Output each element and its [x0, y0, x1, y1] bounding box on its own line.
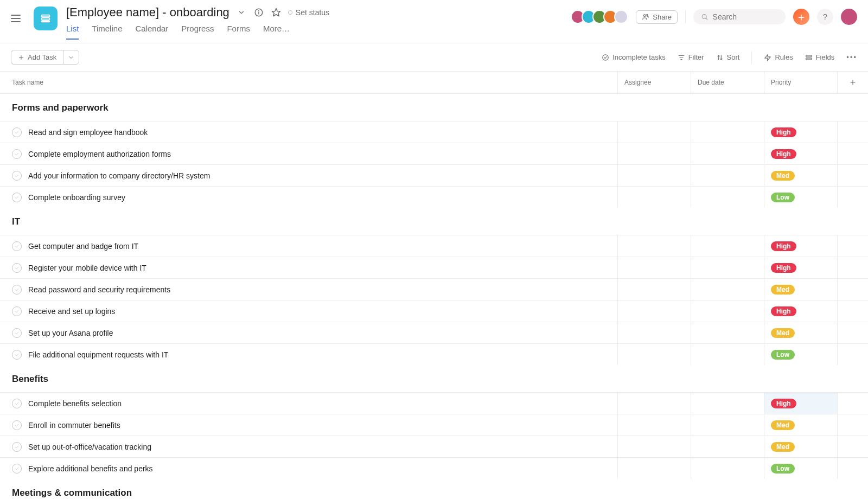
- complete-checkbox[interactable]: [12, 241, 22, 251]
- due-date-cell[interactable]: [691, 257, 764, 278]
- tab-timeline[interactable]: Timeline: [92, 24, 122, 40]
- share-button[interactable]: Share: [636, 10, 678, 24]
- task-cell[interactable]: Explore additional benefits and perks: [0, 458, 618, 479]
- task-row[interactable]: Add your information to company director…: [0, 164, 868, 186]
- section-header[interactable]: Benefits: [0, 365, 868, 392]
- due-date-cell[interactable]: [691, 436, 764, 457]
- sidebar-toggle[interactable]: [11, 12, 24, 25]
- task-cell[interactable]: Read password and security requirements: [0, 279, 618, 300]
- priority-cell[interactable]: High: [764, 300, 838, 322]
- task-row[interactable]: Set up your Asana profileMed: [0, 322, 868, 343]
- task-row[interactable]: Read password and security requirementsM…: [0, 278, 868, 300]
- user-avatar[interactable]: [841, 9, 857, 25]
- assignee-cell[interactable]: [618, 344, 691, 365]
- due-date-cell[interactable]: [691, 414, 764, 436]
- tab-more[interactable]: More…: [263, 24, 290, 40]
- due-date-cell[interactable]: [691, 143, 764, 164]
- section-header[interactable]: Forms and paperwork: [0, 94, 868, 121]
- column-header-priority[interactable]: Priority: [764, 72, 838, 93]
- task-cell[interactable]: Enroll in commuter benefits: [0, 414, 618, 436]
- search-input-wrapper[interactable]: [693, 9, 786, 24]
- task-row[interactable]: Enroll in commuter benefitsMed: [0, 414, 868, 436]
- chevron-down-icon[interactable]: [236, 7, 247, 18]
- priority-cell[interactable]: Med: [764, 165, 838, 186]
- task-cell[interactable]: Complete onboarding survey: [0, 187, 618, 208]
- complete-checkbox[interactable]: [12, 399, 22, 408]
- assignee-cell[interactable]: [618, 143, 691, 164]
- complete-checkbox[interactable]: [12, 149, 22, 159]
- complete-checkbox[interactable]: [12, 127, 22, 137]
- task-cell[interactable]: Complete employment authorization forms: [0, 143, 618, 164]
- priority-cell[interactable]: Med: [764, 322, 838, 343]
- complete-checkbox[interactable]: [12, 306, 22, 316]
- tab-forms[interactable]: Forms: [227, 24, 250, 40]
- due-date-cell[interactable]: [691, 165, 764, 186]
- add-task-button[interactable]: Add Task: [11, 50, 63, 65]
- member-avatar[interactable]: [614, 10, 628, 24]
- complete-checkbox[interactable]: [12, 171, 22, 181]
- task-cell[interactable]: Set up your Asana profile: [0, 322, 618, 343]
- priority-cell[interactable]: High: [764, 121, 838, 143]
- assignee-cell[interactable]: [618, 300, 691, 322]
- task-cell[interactable]: Complete benefits selection: [0, 393, 618, 414]
- due-date-cell[interactable]: [691, 279, 764, 300]
- tab-list[interactable]: List: [66, 24, 79, 40]
- global-add-button[interactable]: ＋: [793, 9, 809, 25]
- task-row[interactable]: Register your mobile device with ITHigh: [0, 257, 868, 278]
- info-icon[interactable]: [253, 7, 264, 18]
- tab-progress[interactable]: Progress: [181, 24, 214, 40]
- due-date-cell[interactable]: [691, 344, 764, 365]
- task-cell[interactable]: Set up out-of-office/vacation tracking: [0, 436, 618, 457]
- priority-cell[interactable]: High: [764, 393, 838, 414]
- assignee-cell[interactable]: [618, 322, 691, 343]
- project-icon[interactable]: [34, 7, 58, 30]
- task-cell[interactable]: Get computer and badge from IT: [0, 235, 618, 257]
- column-header-task[interactable]: Task name: [0, 72, 618, 93]
- task-row[interactable]: Complete benefits selectionHigh: [0, 392, 868, 414]
- assignee-cell[interactable]: [618, 279, 691, 300]
- complete-checkbox[interactable]: [12, 442, 22, 452]
- assignee-cell[interactable]: [618, 257, 691, 278]
- rules-button[interactable]: Rules: [764, 53, 793, 61]
- task-row[interactable]: Get computer and badge from ITHigh: [0, 235, 868, 257]
- priority-cell[interactable]: Med: [764, 436, 838, 457]
- set-status[interactable]: Set status: [288, 8, 329, 17]
- task-row[interactable]: Set up out-of-office/vacation trackingMe…: [0, 436, 868, 457]
- tab-calendar[interactable]: Calendar: [135, 24, 168, 40]
- complete-checkbox[interactable]: [12, 420, 22, 430]
- due-date-cell[interactable]: [691, 121, 764, 143]
- add-task-dropdown[interactable]: [63, 50, 79, 65]
- complete-checkbox[interactable]: [12, 193, 22, 202]
- due-date-cell[interactable]: [691, 393, 764, 414]
- priority-cell[interactable]: Med: [764, 414, 838, 436]
- task-cell[interactable]: Read and sign employee handbook: [0, 121, 618, 143]
- due-date-cell[interactable]: [691, 300, 764, 322]
- task-row[interactable]: Complete employment authorization formsH…: [0, 143, 868, 164]
- section-header[interactable]: IT: [0, 208, 868, 235]
- due-date-cell[interactable]: [691, 235, 764, 257]
- section-header[interactable]: Meetings & communication: [0, 479, 868, 499]
- assignee-cell[interactable]: [618, 436, 691, 457]
- sort-button[interactable]: Sort: [716, 53, 740, 61]
- avatar-stack[interactable]: [571, 10, 628, 24]
- filter-button[interactable]: Filter: [678, 53, 704, 61]
- task-row[interactable]: Read and sign employee handbookHigh: [0, 121, 868, 143]
- due-date-cell[interactable]: [691, 322, 764, 343]
- column-header-assignee[interactable]: Assignee: [618, 72, 691, 93]
- due-date-cell[interactable]: [691, 458, 764, 479]
- complete-checkbox[interactable]: [12, 328, 22, 338]
- task-cell[interactable]: Receive and set up logins: [0, 300, 618, 322]
- priority-cell[interactable]: High: [764, 235, 838, 257]
- assignee-cell[interactable]: [618, 393, 691, 414]
- task-row[interactable]: File additional equipment requests with …: [0, 343, 868, 365]
- priority-cell[interactable]: Med: [764, 279, 838, 300]
- assignee-cell[interactable]: [618, 235, 691, 257]
- task-cell[interactable]: Add your information to company director…: [0, 165, 618, 186]
- assignee-cell[interactable]: [618, 187, 691, 208]
- due-date-cell[interactable]: [691, 187, 764, 208]
- task-cell[interactable]: Register your mobile device with IT: [0, 257, 618, 278]
- search-input[interactable]: [713, 12, 778, 21]
- task-row[interactable]: Explore additional benefits and perksLow: [0, 457, 868, 479]
- priority-cell[interactable]: Low: [764, 187, 838, 208]
- complete-checkbox[interactable]: [12, 263, 22, 273]
